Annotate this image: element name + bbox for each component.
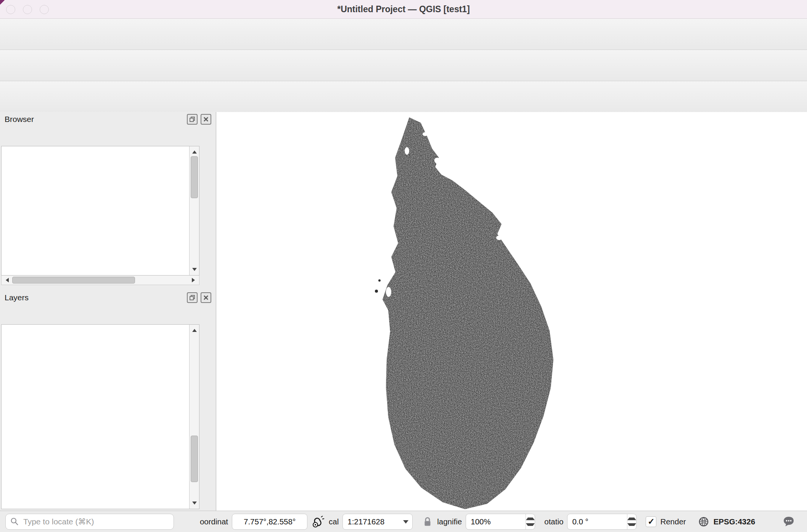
browser-panel-title: Browser [5, 115, 34, 124]
browser-toolbar [0, 126, 216, 146]
magnifier-spin[interactable] [466, 514, 535, 530]
scroll-up-button[interactable] [190, 325, 199, 334]
statusbar: oordinat cal lagnifie otatio ✓ [0, 511, 807, 532]
crs-label[interactable]: EPSG:4326 [714, 517, 755, 526]
magnifier-label: lagnifie [437, 517, 462, 526]
messages-icon[interactable] [781, 515, 796, 529]
stepper[interactable] [526, 514, 535, 529]
map-canvas[interactable] [216, 112, 807, 511]
float-icon [189, 295, 195, 301]
scale-input[interactable] [343, 517, 401, 527]
render-label: Render [660, 517, 686, 526]
rotation-input[interactable] [567, 517, 627, 527]
chevron-down-icon [403, 520, 408, 526]
browser-tree [2, 146, 199, 275]
layers-vertical-scrollbar[interactable] [189, 325, 199, 509]
coordinate-input[interactable] [232, 517, 307, 527]
scroll-down-button[interactable] [190, 500, 199, 509]
coordinate-field[interactable] [232, 514, 307, 530]
traffic-lights [6, 5, 49, 14]
layers-float-button[interactable] [187, 292, 198, 303]
toolbar-snapping-basemap [0, 81, 807, 112]
layers-list-container [1, 324, 199, 509]
lock-icon[interactable] [422, 515, 433, 529]
scroll-right-button[interactable] [190, 276, 199, 285]
sri-lanka-hillshade-raster [375, 117, 553, 509]
zoom-window-button[interactable] [40, 5, 49, 14]
scrollbar-thumb[interactable] [12, 277, 135, 284]
float-icon [189, 116, 195, 122]
browser-tree-container [1, 146, 199, 276]
browser-vertical-scrollbar[interactable] [189, 146, 199, 275]
browser-panel-header: Browser [0, 112, 216, 126]
layers-list [2, 325, 199, 509]
close-window-button[interactable] [6, 5, 15, 14]
crs-globe-icon[interactable] [698, 515, 710, 529]
locator-search[interactable] [5, 514, 174, 530]
close-icon [203, 295, 209, 301]
scrollbar-thumb[interactable] [191, 436, 198, 482]
rotation-label: otatio [544, 517, 563, 526]
left-dock: Browser Layer [0, 112, 216, 511]
render-checkbox[interactable]: ✓ [646, 516, 656, 527]
toolbar-datasource-digitizing [0, 50, 807, 81]
scrollbar-thumb[interactable] [191, 156, 198, 198]
close-icon [203, 116, 209, 122]
scroll-left-button[interactable] [2, 276, 11, 285]
minimize-window-button[interactable] [23, 5, 32, 14]
scroll-down-button[interactable] [190, 266, 199, 275]
layers-close-button[interactable] [201, 292, 211, 303]
scroll-up-button[interactable] [190, 146, 199, 155]
browser-float-button[interactable] [187, 114, 198, 125]
locator-input[interactable] [23, 517, 170, 527]
layers-panel-header: Layers [0, 290, 216, 304]
toolbar-project-navigation [0, 19, 807, 50]
layers-panel-title: Layers [5, 293, 29, 302]
window-title: *Untitled Project — QGIS [test1] [337, 4, 470, 14]
coordinate-label: oordinat [200, 517, 228, 526]
browser-horizontal-scrollbar[interactable] [1, 276, 199, 285]
map-view [216, 112, 807, 511]
islets [375, 279, 381, 293]
scale-label: cal [329, 517, 339, 526]
browser-close-button[interactable] [201, 114, 211, 125]
scale-combo[interactable] [342, 514, 413, 530]
layers-toolbar [0, 304, 216, 324]
desktop-corner [0, 0, 6, 6]
qgis-window: *Untitled Project — QGIS [test1] Browser [0, 0, 807, 532]
mouse-extents-icon[interactable] [311, 515, 325, 529]
rotation-spin[interactable] [567, 514, 637, 530]
titlebar: *Untitled Project — QGIS [test1] [0, 0, 807, 19]
magnifier-input[interactable] [466, 517, 525, 527]
search-icon [10, 517, 19, 527]
stepper[interactable] [627, 514, 637, 529]
